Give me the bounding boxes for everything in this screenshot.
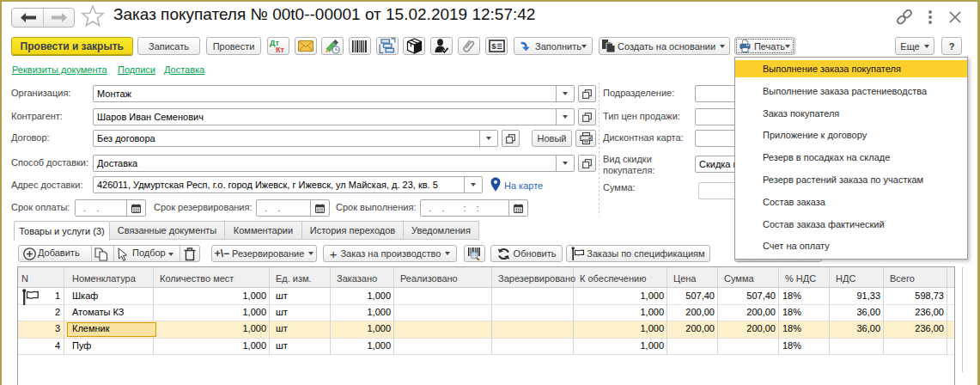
svg-text:$: $ — [491, 41, 496, 51]
